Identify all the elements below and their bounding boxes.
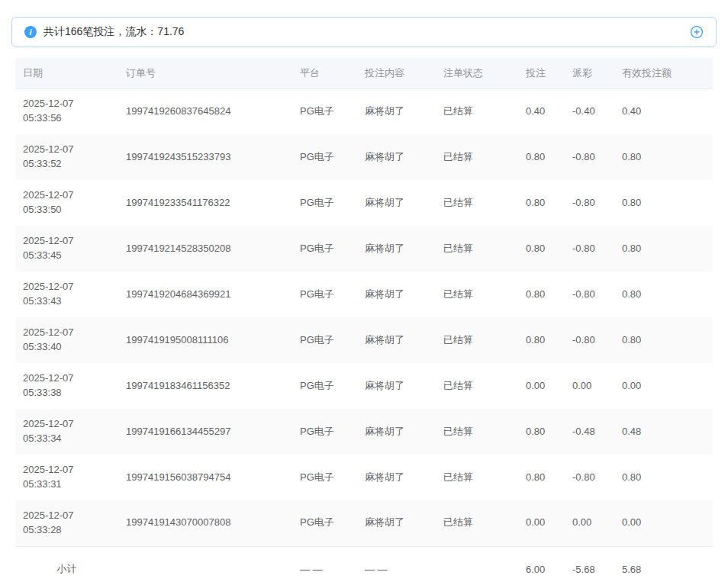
summary-bar: i 共计166笔投注，流水：71.76	[11, 17, 717, 47]
cell-status: 已结算	[436, 500, 518, 546]
cell-valid: 0.80	[614, 180, 713, 226]
summary-text: 共计166笔投注，流水：71.76	[43, 25, 184, 39]
bet-records-page: i 共计166笔投注，流水：71.76 日期订单号平台投注内容注单状态投注派彩有…	[0, 17, 728, 585]
cell-order: 1997419243515233793	[118, 134, 292, 180]
cell-status: 已结算	[436, 134, 518, 180]
cell-content: 麻将胡了	[357, 134, 436, 180]
cell-valid: 0.80	[614, 317, 713, 363]
table-row: 2025-12-07 05:33:28 1997419143070007808 …	[15, 500, 713, 546]
cell-content: 麻将胡了	[357, 409, 436, 455]
table-row: 2025-12-07 05:33:52 1997419243515233793 …	[15, 134, 713, 180]
cell-date: 2025-12-07 05:33:43	[15, 272, 118, 317]
cell-payout: -0.80	[565, 180, 614, 226]
cell-valid: 0.48	[614, 409, 713, 455]
column-header-status: 注单状态	[436, 58, 518, 88]
cell-platform: PG电子	[292, 226, 357, 272]
cell-status: 已结算	[436, 88, 518, 134]
cell-bet: 0.80	[518, 134, 565, 180]
cell-content: 麻将胡了	[357, 88, 436, 134]
column-header-platform: 平台	[292, 58, 357, 88]
cell-content: 麻将胡了	[357, 226, 436, 272]
cell-content: 麻将胡了	[357, 363, 436, 409]
cell-content: 麻将胡了	[357, 180, 436, 226]
cell-valid: 0.40	[614, 88, 713, 134]
cell-payout: -0.80	[565, 226, 614, 272]
info-icon: i	[24, 26, 37, 38]
cell-content: 麻将胡了	[357, 500, 436, 546]
column-header-bet: 投注	[518, 58, 565, 88]
cell-order: 1997419260837645824	[118, 88, 292, 134]
cell-content: 麻将胡了	[357, 317, 436, 363]
cell-date: 2025-12-07 05:33:38	[15, 363, 118, 409]
table-row: 2025-12-07 05:33:45 1997419214528350208 …	[15, 226, 713, 272]
table-row: 2025-12-07 05:33:40 1997419195008111106 …	[15, 317, 713, 363]
subtotal-order	[118, 546, 292, 585]
table-row: 2025-12-07 05:33:34 1997419166134455297 …	[15, 409, 713, 455]
cell-date: 2025-12-07 05:33:28	[15, 500, 118, 546]
cell-status: 已结算	[436, 409, 518, 455]
cell-platform: PG电子	[292, 409, 357, 455]
cell-date: 2025-12-07 05:33:40	[15, 317, 118, 363]
cell-date: 2025-12-07 05:33:45	[15, 226, 118, 272]
cell-bet: 0.00	[518, 363, 565, 409]
cell-platform: PG电子	[292, 272, 357, 317]
cell-payout: -0.80	[565, 272, 614, 317]
cell-status: 已结算	[436, 455, 518, 500]
cell-date: 2025-12-07 05:33:50	[15, 180, 118, 226]
cell-payout: -0.80	[565, 134, 614, 180]
table-row: 2025-12-07 05:33:38 1997419183461156352 …	[15, 363, 713, 409]
column-header-valid: 有效投注额	[614, 58, 713, 88]
cell-status: 已结算	[436, 317, 518, 363]
subtotal-status	[436, 546, 518, 585]
cell-payout: -0.80	[565, 455, 614, 500]
cell-date: 2025-12-07 05:33:34	[15, 409, 118, 455]
cell-platform: PG电子	[292, 317, 357, 363]
cell-bet: 0.00	[518, 500, 565, 546]
cell-payout: -0.48	[565, 409, 614, 455]
cell-order: 1997419214528350208	[118, 226, 292, 272]
column-header-payout: 派彩	[565, 58, 614, 88]
table-body: 2025-12-07 05:33:56 1997419260837645824 …	[15, 88, 713, 546]
cell-content: 麻将胡了	[357, 272, 436, 317]
plus-circle-icon[interactable]	[690, 25, 704, 39]
cell-date: 2025-12-07 05:33:56	[15, 88, 118, 134]
cell-date: 2025-12-07 05:33:52	[15, 134, 118, 180]
table-row: 2025-12-07 05:33:50 1997419233541176322 …	[15, 180, 713, 226]
column-header-content: 投注内容	[357, 58, 436, 88]
cell-order: 1997419183461156352	[118, 363, 292, 409]
cell-bet: 0.80	[518, 226, 565, 272]
cell-bet: 0.40	[518, 88, 565, 134]
cell-platform: PG电子	[292, 134, 357, 180]
cell-status: 已结算	[436, 272, 518, 317]
cell-bet: 0.80	[518, 180, 565, 226]
subtotal-platform: — —	[292, 546, 357, 585]
subtotal-bet: 6.00	[518, 546, 565, 585]
cell-valid: 0.80	[614, 134, 713, 180]
subtotal-valid: 5.68	[614, 546, 713, 585]
cell-platform: PG电子	[292, 363, 357, 409]
cell-order: 1997419156038794754	[118, 455, 292, 500]
cell-content: 麻将胡了	[357, 455, 436, 500]
cell-date: 2025-12-07 05:33:31	[15, 455, 118, 500]
table-row: 2025-12-07 05:33:31 1997419156038794754 …	[15, 455, 713, 500]
cell-platform: PG电子	[292, 500, 357, 546]
column-header-order: 订单号	[118, 58, 292, 88]
cell-valid: 0.80	[614, 455, 713, 500]
subtotal-payout: -5.68	[565, 546, 614, 585]
cell-bet: 0.80	[518, 455, 565, 500]
cell-status: 已结算	[436, 226, 518, 272]
cell-bet: 0.80	[518, 272, 565, 317]
cell-valid: 0.00	[614, 500, 713, 546]
subtotal-label: 小计	[15, 546, 118, 585]
cell-payout: 0.00	[565, 363, 614, 409]
table-row: 2025-12-07 05:33:56 1997419260837645824 …	[15, 88, 713, 134]
cell-valid: 0.80	[614, 272, 713, 317]
bet-records-table: 日期订单号平台投注内容注单状态投注派彩有效投注额 2025-12-07 05:3…	[15, 58, 713, 585]
column-header-date: 日期	[15, 58, 118, 88]
cell-status: 已结算	[436, 180, 518, 226]
table-header-row: 日期订单号平台投注内容注单状态投注派彩有效投注额	[15, 58, 713, 88]
cell-platform: PG电子	[292, 455, 357, 500]
cell-status: 已结算	[436, 363, 518, 409]
subtotal-content: — —	[357, 546, 436, 585]
cell-bet: 0.80	[518, 409, 565, 455]
